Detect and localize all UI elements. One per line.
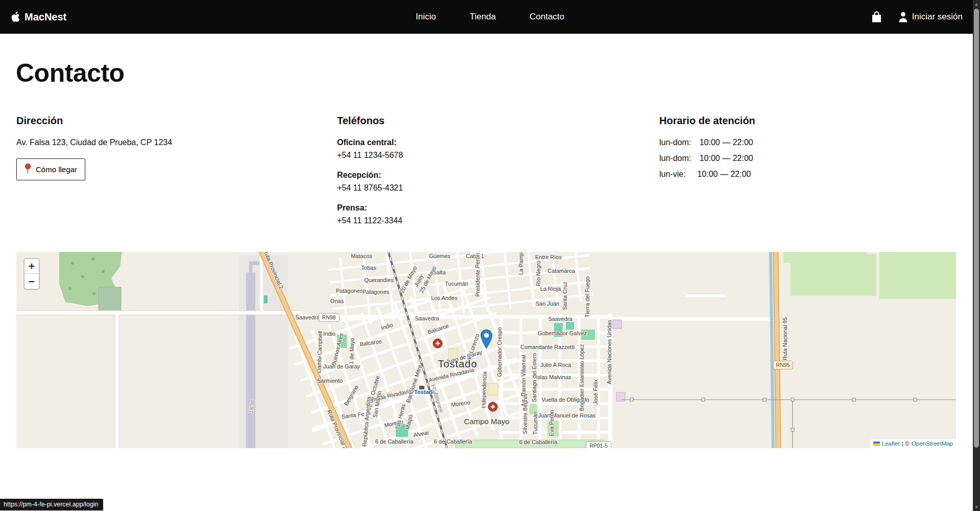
phone-item: Prensa: +54 11 1122-3344 <box>337 203 623 225</box>
phone-number: +54 11 1234-5678 <box>337 151 623 160</box>
nav-right: Iniciar sesión <box>871 0 963 34</box>
phone-number: +54 11 8765-4321 <box>337 183 623 193</box>
phone-item: Oficina central: +54 11 1234-5678 <box>337 138 623 160</box>
attribution-copyright: © <box>905 440 909 447</box>
nav-link-inicio[interactable]: Inicio <box>416 12 436 22</box>
hours-time: 10:00 — 22:00 <box>697 170 751 178</box>
hours-heading: Horario de atención <box>659 115 864 127</box>
address-text: Av. Falsa 123, Ciudad de Prueba, CP 1234 <box>16 138 302 147</box>
hours-time: 10:00 — 22:00 <box>700 154 753 162</box>
map-marker-icon[interactable] <box>481 329 492 349</box>
vertical-scrollbar[interactable]: ▲ ▼ <box>973 0 980 511</box>
phone-number: +54 11 1122-3344 <box>337 216 623 225</box>
attribution-separator: | <box>901 440 903 447</box>
hours-row: lun-dom: 10:00 — 22:00 <box>659 154 864 163</box>
hours-row: lun-vie: 10:00 — 22:00 <box>659 170 864 179</box>
login-label: Iniciar sesión <box>912 12 963 22</box>
phones-heading: Teléfonos <box>337 115 623 127</box>
zoom-out-button[interactable]: − <box>25 274 39 289</box>
nav-link-contacto[interactable]: Contacto <box>530 12 564 22</box>
hours-days: lun-dom: <box>659 154 691 163</box>
map-attribution: Leaflet | © OpenStreetMap <box>870 439 956 448</box>
phone-label: Prensa: <box>337 203 623 213</box>
phone-label: Recepción: <box>337 171 623 180</box>
directions-button[interactable]: Cómo llegar <box>16 158 85 180</box>
hours-time: 10:00 — 22:00 <box>700 138 753 147</box>
ukraine-flag-icon <box>873 442 880 446</box>
scroll-down-icon[interactable]: ▼ <box>973 503 980 511</box>
page-title: Contacto <box>16 60 125 86</box>
nav-links: Inicio Tienda Contacto <box>0 0 980 34</box>
status-url: https://pm-4-fe-pi.vercel.app/login <box>0 499 103 510</box>
hours-days: lun-dom: <box>659 138 691 147</box>
phones-section: Teléfonos Oficina central: +54 11 1234-5… <box>337 115 623 236</box>
leaflet-link[interactable]: Leaflet <box>882 440 900 447</box>
page: MacNest Inicio Tienda Contacto Iniciar s… <box>0 0 980 511</box>
nav-link-tienda[interactable]: Tienda <box>470 12 496 22</box>
directions-button-label: Cómo llegar <box>36 165 77 174</box>
top-nav: MacNest Inicio Tienda Contacto Iniciar s… <box>0 0 980 34</box>
hours-row: lun-dom: 10:00 — 22:00 <box>659 138 864 147</box>
scroll-up-icon[interactable]: ▲ <box>973 0 980 8</box>
phone-item: Recepción: +54 11 8765-4321 <box>337 171 623 193</box>
scrollbar-thumb[interactable] <box>974 9 979 448</box>
zoom-in-button[interactable]: + <box>25 259 39 274</box>
osm-link[interactable]: OpenStreetMap <box>912 440 953 447</box>
round-pushpin-icon <box>25 164 31 175</box>
hours-days: lun-vie: <box>659 170 689 179</box>
user-icon <box>898 12 908 22</box>
map[interactable]: MatacosGüemesCabo 1Entre RíosLa PampaTob… <box>16 252 956 448</box>
map-canvas <box>16 252 956 448</box>
zoom-control: + − <box>23 258 40 290</box>
hours-section: Horario de atención lun-dom: 10:00 — 22:… <box>659 115 864 185</box>
address-section: Dirección Av. Falsa 123, Ciudad de Prueb… <box>16 115 302 180</box>
login-button[interactable]: Iniciar sesión <box>898 12 963 22</box>
shopping-bag-icon[interactable] <box>871 11 882 23</box>
address-heading: Dirección <box>16 115 302 127</box>
phone-label: Oficina central: <box>337 138 623 147</box>
